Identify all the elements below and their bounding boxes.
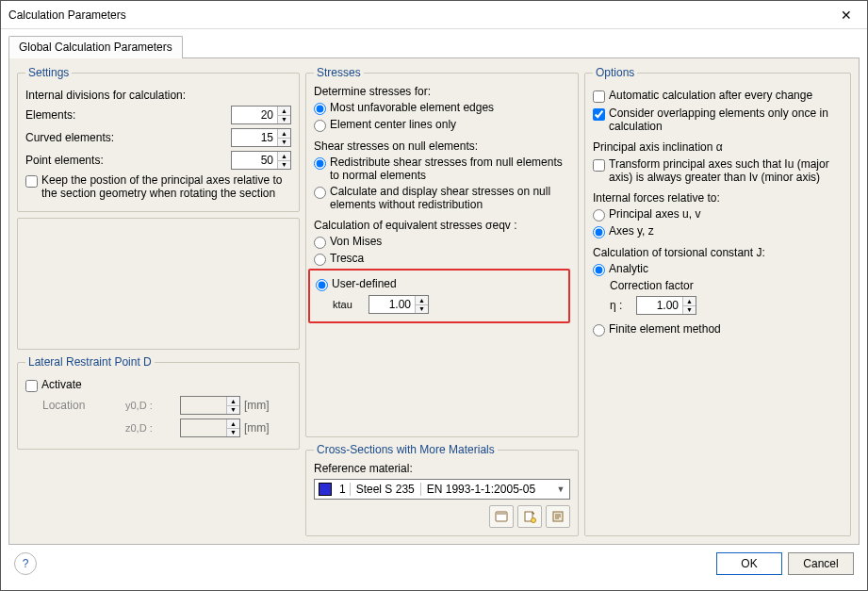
chevron-down-icon: ▼ [552,484,569,494]
window-title: Calculation Parameters [8,8,825,22]
lateral-group: Lateral Restraint Point D Activate Locat… [17,355,300,450]
activate-checkbox[interactable] [25,380,38,392]
eqv-user-label: User-defined [332,277,397,290]
activate-label: Activate [41,378,82,391]
auto-label: Automatic calculation after every change [609,89,812,102]
overlap-label: Consider overlapping elements only once … [609,107,843,133]
spin-up-icon: ▲ [227,397,239,406]
corr-label: Correction factor [593,279,843,292]
keep-pos-label: Keep the postion of the principal axes r… [41,173,291,200]
elements-label: Elements: [25,108,227,122]
elements-input[interactable] [232,107,277,123]
y0d-input [181,397,226,414]
shear-radio-calc[interactable] [314,187,326,199]
spin-down-icon: ▼ [227,429,239,437]
point-input[interactable] [232,152,277,169]
rel-yz-label: Axes y, z [609,224,654,238]
eqv-radio-user[interactable] [316,279,328,291]
spin-up-icon[interactable]: ▲ [278,152,290,161]
eqv-radio-tresca[interactable] [314,254,326,266]
rel-heading: Internal forces relative to: [593,191,843,205]
cancel-button[interactable]: Cancel [788,552,854,575]
z0d-spinner: ▲▼ [180,419,240,437]
spin-up-icon[interactable]: ▲ [416,296,428,305]
ok-button[interactable]: OK [716,552,782,575]
svg-point-2 [532,518,536,523]
elements-spinner[interactable]: ▲▼ [231,106,291,124]
shear-heading: Shear stresses on null elements: [314,140,570,153]
point-spinner[interactable]: ▲▼ [231,151,291,170]
det-radio-center[interactable] [314,120,326,132]
spin-down-icon[interactable]: ▼ [278,139,290,147]
tors-radio-fem[interactable] [593,324,605,337]
material-std: EN 1993-1-1:2005-05 [421,483,552,496]
location-label: Location [42,399,122,412]
spin-up-icon: ▲ [227,419,239,429]
pai-checkbox[interactable] [593,159,605,172]
spin-up-icon[interactable]: ▲ [278,107,290,116]
spin-down-icon[interactable]: ▼ [416,305,428,314]
z0d-label: z0,D : [125,422,176,434]
settings-legend: Settings [25,66,72,79]
eqv-vm-label: Von Mises [330,235,382,248]
pai-label: Transform principal axes such that Iu (m… [609,157,843,184]
spin-down-icon[interactable]: ▼ [278,161,290,170]
stresses-group: Stresses Determine stresses for: Most un… [305,66,579,437]
eta-input[interactable] [637,297,682,314]
tors-radio-analytic[interactable] [593,264,605,276]
curved-input[interactable] [232,129,277,146]
det-center-label: Element center lines only [330,118,456,131]
spin-down-icon: ▼ [227,406,239,415]
eqv-heading: Calculation of equivalent stresses σeqv … [314,219,570,232]
eqv-radio-vm[interactable] [314,237,326,249]
rel-uv-label: Principal axes u, v [609,207,700,221]
ktau-spinner[interactable]: ▲▼ [368,295,429,314]
blank-group [17,218,300,350]
new-button[interactable] [517,505,542,528]
z0d-input [181,419,226,436]
lateral-legend: Lateral Restraint Point D [25,355,155,369]
edit-button[interactable] [546,505,570,528]
curved-spinner[interactable]: ▲▼ [231,128,291,147]
determine-label: Determine stresses for: [314,85,570,98]
spin-down-icon[interactable]: ▼ [683,306,696,315]
material-num: 1 [336,483,351,496]
ktau-label: ktau [333,299,365,310]
y0d-label: y0,D : [125,400,176,411]
ktau-input[interactable] [369,296,415,313]
unit-label: [mm] [244,421,270,435]
det-radio-unfav[interactable] [314,103,326,115]
eqv-tresca-label: Tresca [330,252,364,265]
ref-label: Reference material: [314,462,570,475]
point-label: Point elements: [25,154,227,167]
unit-label: [mm] [244,399,270,412]
shear-radio-redist[interactable] [314,157,326,170]
spin-down-icon[interactable]: ▼ [278,116,290,124]
det-unfav-label: Most unfavorable element edges [330,101,494,114]
shear-calc-label: Calculate and display shear stresses on … [330,185,570,211]
cross-legend: Cross-Sections with More Materials [314,443,498,456]
overlap-checkbox[interactable] [593,108,605,121]
user-defined-highlight: User-defined ktau ▲▼ [308,269,570,323]
material-name: Steel S 235 [351,483,421,496]
options-group: Options Automatic calculation after ever… [584,66,851,536]
fem-label: Finite element method [609,322,721,336]
material-swatch-icon [319,483,332,496]
close-icon[interactable]: ✕ [825,1,867,28]
options-legend: Options [593,66,637,79]
library-button[interactable] [489,505,514,528]
stresses-legend: Stresses [314,66,364,79]
auto-checkbox[interactable] [593,90,605,103]
rel-radio-uv[interactable] [593,209,605,222]
tors-heading: Calculation of torsional constant J: [593,246,843,259]
spin-up-icon[interactable]: ▲ [683,297,696,306]
spin-up-icon[interactable]: ▲ [278,129,290,139]
settings-group: Settings Internal divisions for calculat… [17,66,300,212]
tab-global[interactable]: Global Calculation Parameters [8,36,183,58]
eta-spinner[interactable]: ▲▼ [636,296,696,315]
rel-radio-yz[interactable] [593,226,605,238]
material-dropdown[interactable]: 1 Steel S 235 EN 1993-1-1:2005-05 ▼ [314,479,570,500]
keep-pos-checkbox[interactable] [25,175,38,188]
shear-redist-label: Redistribute shear stresses from null el… [330,156,570,182]
help-button[interactable]: ? [14,552,37,575]
